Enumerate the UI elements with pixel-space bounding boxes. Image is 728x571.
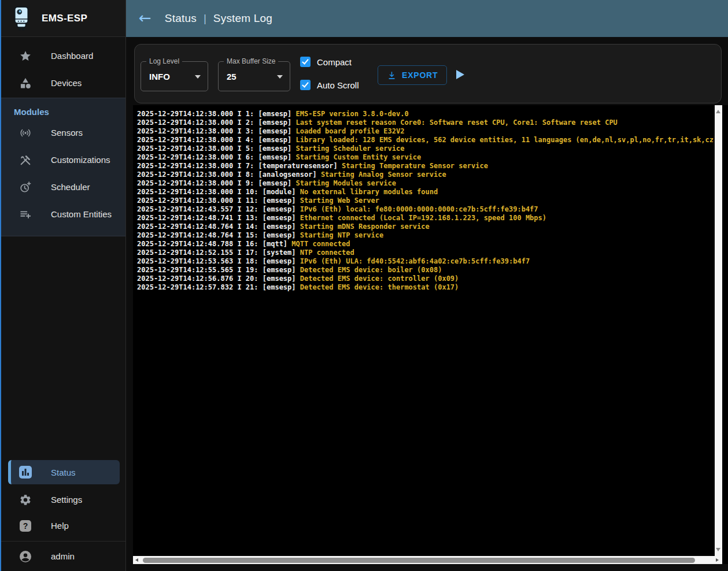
gear-icon [19, 493, 32, 507]
max-buffer-size-value: 25 [227, 72, 236, 81]
compact-checkbox[interactable] [300, 57, 311, 67]
construction-icon [19, 153, 32, 167]
app-header: ← Status | System Log [126, 0, 728, 37]
breadcrumb-section: Status [165, 12, 197, 25]
system-log-viewer: 2025-12-29T14:12:38.000 I 1: [emsesp] EM… [133, 105, 728, 564]
sidebar-modules-nav: SensorsCustomizationsSchedulerCustom Ent… [0, 119, 125, 228]
account-circle-icon [19, 550, 32, 563]
log-line: 2025-12-29T14:12:55.565 I 19: [emsesp] D… [137, 266, 715, 275]
sidebar-item-sensors[interactable]: Sensors [0, 119, 125, 146]
back-arrow-icon[interactable]: ← [139, 10, 151, 25]
log-controls-panel: Log Level INFO Max Buffer Size 25 Compac… [134, 44, 722, 103]
log-line: 2025-12-29T14:12:57.832 I 21: [emsesp] D… [137, 283, 715, 292]
sidebar-item-label: Sensors [51, 128, 83, 138]
breadcrumb-separator: | [204, 12, 206, 25]
export-button-label: EXPORT [402, 71, 438, 80]
scroll-right-arrow-icon[interactable] [716, 558, 719, 562]
sidebar-item-label: Scheduler [51, 182, 90, 192]
sidebar-item-label: Custom Entities [51, 209, 112, 219]
sidebar-item-label: Settings [51, 495, 82, 505]
sidebar-item-label: Devices [51, 78, 82, 88]
log-line: 2025-12-29T14:12:38.000 I 1: [emsesp] EM… [137, 110, 715, 118]
page-title: System Log [213, 12, 272, 25]
checkbox-label: Auto Scroll [317, 80, 359, 90]
app-title: EMS-ESP [42, 13, 87, 24]
window-edge-accent [0, 0, 1, 571]
category-icon [19, 76, 32, 90]
log-line: 2025-12-29T14:12:38.000 I 6: [emsesp] St… [137, 153, 715, 162]
download-icon [387, 71, 397, 80]
sidebar-modules-group: Modules SensorsCustomizationsSchedulerCu… [0, 98, 125, 236]
sidebar: EMS-ESP DashboardDevices Modules Sensors… [0, 0, 126, 571]
sidebar-item-scheduler[interactable]: Scheduler [0, 173, 125, 201]
sidebar-item-settings[interactable]: Settings [0, 487, 125, 513]
sidebar-top-nav: DashboardDevices [0, 37, 125, 97]
modules-section-title: Modules [0, 98, 125, 119]
log-line: 2025-12-29T14:12:38.000 I 5: [emsesp] St… [137, 144, 715, 153]
star-icon [19, 49, 32, 63]
max-buffer-size-select[interactable]: Max Buffer Size 25 [218, 61, 290, 91]
log-line: 2025-12-29T14:12:38.000 I 8: [analogsens… [137, 170, 715, 179]
sidebar-item-label: Dashboard [51, 51, 93, 61]
chevron-down-icon [195, 75, 201, 79]
sidebar-item-customizations[interactable]: Customizations [0, 146, 125, 173]
log-line: 2025-12-29T14:12:38.000 I 9: [emsesp] St… [137, 179, 715, 188]
checkbox-row-compact: Compact [300, 53, 359, 71]
checkbox-label: Compact [317, 57, 352, 67]
play-icon[interactable] [456, 70, 464, 79]
sidebar-item-help[interactable]: ?Help [0, 513, 125, 539]
sidebar-item-label: Help [51, 521, 69, 531]
main-content: Log Level INFO Max Buffer Size 25 Compac… [126, 37, 728, 571]
log-line: 2025-12-29T14:12:52.155 I 17: [system] N… [137, 249, 715, 257]
log-output: 2025-12-29T14:12:38.000 I 1: [emsesp] EM… [137, 110, 715, 556]
sidebar-item-devices[interactable]: Devices [0, 69, 125, 97]
sensors-icon [19, 126, 32, 140]
app-logo-row: EMS-ESP [0, 0, 125, 37]
sidebar-item-custom-entities[interactable]: Custom Entities [0, 201, 125, 228]
log-line: 2025-12-29T14:12:43.557 I 12: [emsesp] I… [137, 205, 715, 214]
boiler-logo-icon [10, 6, 32, 31]
export-button[interactable]: EXPORT [378, 65, 447, 85]
sidebar-item-admin[interactable]: admin [0, 542, 125, 571]
playlist-add-icon [19, 207, 32, 221]
horizontal-scrollbar[interactable] [133, 556, 722, 564]
log-level-select[interactable]: Log Level INFO [141, 61, 208, 91]
horizontal-scrollbar-thumb[interactable] [143, 558, 695, 563]
admin-label: admin [51, 551, 75, 561]
chevron-down-icon [277, 75, 283, 79]
log-line: 2025-12-29T14:12:38.000 I 3: [emsesp] Lo… [137, 127, 715, 136]
scroll-down-arrow-icon[interactable] [716, 548, 720, 551]
sidebar-item-label: Status [51, 468, 76, 477]
checkbox-row-auto-scroll: Auto Scroll [300, 76, 359, 94]
help-icon: ? [19, 519, 32, 533]
max-buffer-size-label: Max Buffer Size [224, 57, 278, 65]
schedule-plus-icon [19, 180, 32, 194]
log-line: 2025-12-29T14:12:48.741 I 13: [emsesp] E… [137, 214, 715, 223]
log-line: 2025-12-29T14:12:56.876 I 20: [emsesp] D… [137, 275, 715, 283]
log-line: 2025-12-29T14:12:53.563 I 18: [emsesp] I… [137, 257, 715, 266]
log-line: 2025-12-29T14:12:48.764 I 14: [emsesp] S… [137, 223, 715, 231]
log-line: 2025-12-29T14:12:38.000 I 11: [emsesp] S… [137, 196, 715, 205]
sidebar-item-label: Customizations [51, 155, 110, 165]
log-line: 2025-12-29T14:12:38.000 I 2: [emsesp] La… [137, 118, 715, 127]
sidebar-bottom-nav: StatusSettings?Help [0, 460, 125, 539]
checkbox-group: CompactAuto Scroll [300, 53, 359, 99]
log-line: 2025-12-29T14:12:48.764 I 15: [emsesp] S… [137, 231, 715, 240]
sidebar-item-status[interactable]: Status [8, 460, 120, 484]
auto-scroll-checkbox[interactable] [300, 80, 311, 90]
bar-chart-icon [19, 465, 32, 479]
log-level-value: INFO [149, 72, 170, 81]
log-line: 2025-12-29T14:12:38.000 I 7: [temperatur… [137, 162, 715, 170]
sidebar-item-dashboard[interactable]: Dashboard [0, 42, 125, 69]
log-line: 2025-12-29T14:12:38.000 I 4: [emsesp] Li… [137, 136, 715, 144]
log-level-label: Log Level [146, 57, 182, 65]
log-line: 2025-12-29T14:12:48.788 I 16: [mqtt] MQT… [137, 240, 715, 249]
scroll-up-arrow-icon[interactable] [716, 110, 720, 113]
vertical-scrollbar[interactable] [715, 105, 722, 556]
log-line: 2025-12-29T14:12:38.000 I 10: [module] N… [137, 188, 715, 196]
scroll-left-arrow-icon[interactable] [135, 558, 138, 562]
